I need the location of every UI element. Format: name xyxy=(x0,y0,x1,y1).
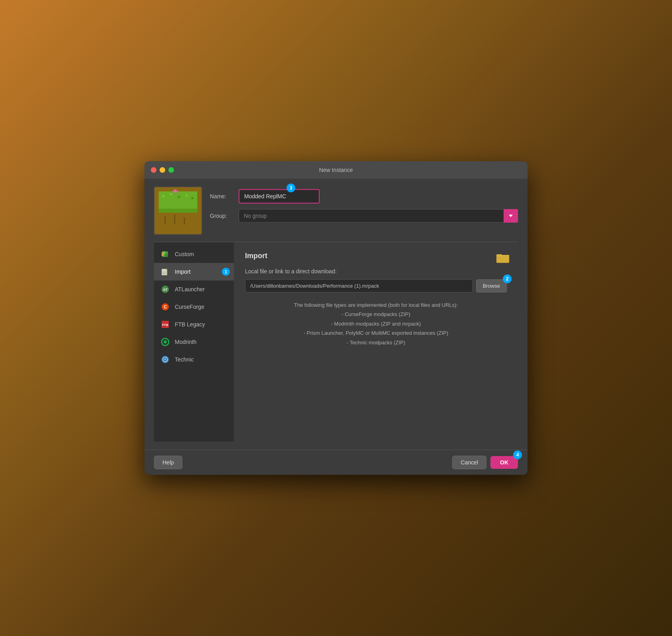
svg-rect-3 xyxy=(159,209,198,213)
file-path-input[interactable] xyxy=(245,279,473,292)
file-types-section: The following file types are implemented… xyxy=(245,300,507,347)
sidebar-item-import[interactable]: Import 1 xyxy=(154,263,234,280)
svg-rect-35 xyxy=(496,256,509,262)
maximize-button[interactable] xyxy=(168,167,174,173)
folder-icon-button[interactable] xyxy=(494,249,512,266)
ok-wrapper: OK 4 xyxy=(490,456,518,469)
sidebar: Custom Import 1 xyxy=(154,242,234,442)
sidebar-item-modrinth[interactable]: Modrinth xyxy=(154,333,234,351)
svg-rect-5 xyxy=(174,215,175,224)
svg-rect-9 xyxy=(178,196,180,198)
window-body: Name: 3 Group: No group xyxy=(144,179,528,450)
sidebar-item-atlauncher-label: ATLauncher xyxy=(175,286,205,292)
svg-rect-1 xyxy=(159,211,198,230)
new-instance-window: New Instance xyxy=(144,161,528,475)
close-button[interactable] xyxy=(151,167,156,173)
svg-marker-20 xyxy=(166,268,167,270)
svg-point-31 xyxy=(164,359,166,360)
atlauncher-icon: AT xyxy=(160,284,170,294)
name-label: Name: xyxy=(210,193,234,199)
cancel-button[interactable]: Cancel xyxy=(452,456,486,469)
group-select[interactable]: No group xyxy=(239,209,518,223)
sidebar-item-atlauncher[interactable]: AT ATLauncher xyxy=(154,280,234,298)
svg-rect-11 xyxy=(192,197,194,199)
sidebar-item-ftb[interactable]: FTB FTB Legacy xyxy=(154,316,234,333)
sidebar-item-curseforge-label: CurseForge xyxy=(175,304,204,310)
import-badge: 1 xyxy=(222,268,230,276)
svg-rect-7 xyxy=(162,195,164,197)
sidebar-item-technic-label: Technic xyxy=(175,356,194,363)
badge-3: 3 xyxy=(287,184,295,192)
name-input[interactable] xyxy=(239,189,320,203)
file-type-3: - Technic modpacks (ZIP) xyxy=(245,338,507,347)
group-row: Group: No group xyxy=(210,209,518,223)
right-buttons: Cancel OK 4 xyxy=(452,456,518,469)
minimize-button[interactable] xyxy=(160,167,165,173)
main-section: Custom Import 1 xyxy=(154,242,518,442)
svg-rect-8 xyxy=(170,194,172,196)
svg-rect-10 xyxy=(186,194,188,196)
sidebar-item-custom-label: Custom xyxy=(175,251,194,257)
import-subtitle: Local file or link to a direct download: xyxy=(245,268,507,275)
chevron-down-icon xyxy=(509,215,513,217)
help-button[interactable]: Help xyxy=(154,456,182,469)
form-section: Name: 3 Group: No group xyxy=(210,187,518,228)
badge-4: 4 xyxy=(513,450,522,459)
browse-wrapper: Browse 2 xyxy=(476,279,507,292)
file-type-0: - CurseForge modpacks (ZIP) xyxy=(245,310,507,319)
svg-rect-16 xyxy=(165,254,168,257)
sidebar-item-import-label: Import xyxy=(175,269,191,275)
file-type-2: - Prism Launcher, PolyMC or MultiMC expo… xyxy=(245,328,507,338)
badge-2: 2 xyxy=(503,275,512,283)
file-type-1: - Modrinth modpacks (ZIP and mrpack) xyxy=(245,319,507,328)
svg-rect-4 xyxy=(164,217,166,224)
svg-point-28 xyxy=(164,340,167,344)
cube-icon xyxy=(160,249,170,259)
sidebar-item-technic[interactable]: Technic xyxy=(154,351,234,368)
svg-text:AT: AT xyxy=(163,288,168,292)
bottom-bar: Help Cancel OK 4 xyxy=(144,450,528,475)
content-area: Import Local file or link to a direct do… xyxy=(234,242,518,442)
svg-rect-17 xyxy=(162,252,164,256)
svg-text:FTB: FTB xyxy=(162,323,168,327)
titlebar: New Instance xyxy=(144,161,528,179)
technic-icon xyxy=(160,355,170,364)
name-row: Name: 3 xyxy=(210,189,518,203)
import-title: Import xyxy=(245,252,507,260)
window-title: New Instance xyxy=(319,167,353,173)
modrinth-icon xyxy=(160,337,170,347)
instance-icon xyxy=(154,187,202,235)
sidebar-item-curseforge[interactable]: C CurseForge xyxy=(154,298,234,316)
curseforge-icon: C xyxy=(160,302,170,312)
group-label: Group: xyxy=(210,213,234,219)
file-types-header: The following file types are implemented… xyxy=(245,300,507,310)
ok-button[interactable]: OK xyxy=(490,456,518,469)
sidebar-item-custom[interactable]: Custom xyxy=(154,245,234,263)
top-section: Name: 3 Group: No group xyxy=(154,187,518,235)
sidebar-item-modrinth-label: Modrinth xyxy=(175,339,196,345)
svg-rect-6 xyxy=(184,217,185,224)
traffic-lights xyxy=(151,167,174,173)
svg-rect-13 xyxy=(173,191,178,193)
browse-button[interactable]: Browse xyxy=(476,279,507,292)
sidebar-item-ftb-label: FTB Legacy xyxy=(175,321,205,328)
svg-text:C: C xyxy=(164,305,166,309)
group-dropdown-button[interactable] xyxy=(504,209,518,223)
file-input-row: Browse 2 xyxy=(245,279,507,292)
group-select-wrapper: No group xyxy=(239,209,518,223)
ftb-icon: FTB xyxy=(160,320,170,329)
import-icon xyxy=(160,267,170,277)
